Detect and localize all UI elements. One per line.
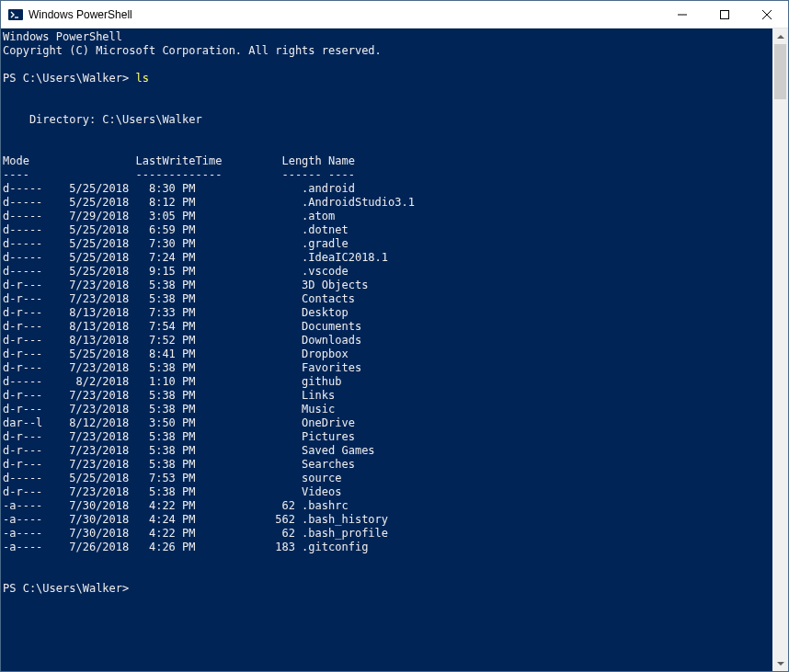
titlebar[interactable]: Windows PowerShell xyxy=(1,1,788,28)
close-button[interactable] xyxy=(746,1,788,28)
terminal-output[interactable]: Windows PowerShell Copyright (C) Microso… xyxy=(1,28,772,671)
maximize-button[interactable] xyxy=(703,1,746,28)
terminal-area: Windows PowerShell Copyright (C) Microso… xyxy=(1,28,788,671)
powershell-window: Windows PowerShell Windows PowerShell Co… xyxy=(0,0,789,672)
scroll-down-button[interactable] xyxy=(772,655,788,671)
powershell-icon xyxy=(8,7,23,22)
svg-rect-1 xyxy=(721,10,729,18)
window-title: Windows PowerShell xyxy=(29,8,661,21)
minimize-button[interactable] xyxy=(661,1,703,28)
svg-rect-0 xyxy=(8,9,23,20)
vertical-scrollbar[interactable] xyxy=(772,28,788,671)
window-controls xyxy=(661,1,788,28)
scroll-thumb[interactable] xyxy=(774,44,786,99)
scroll-up-button[interactable] xyxy=(772,28,788,44)
